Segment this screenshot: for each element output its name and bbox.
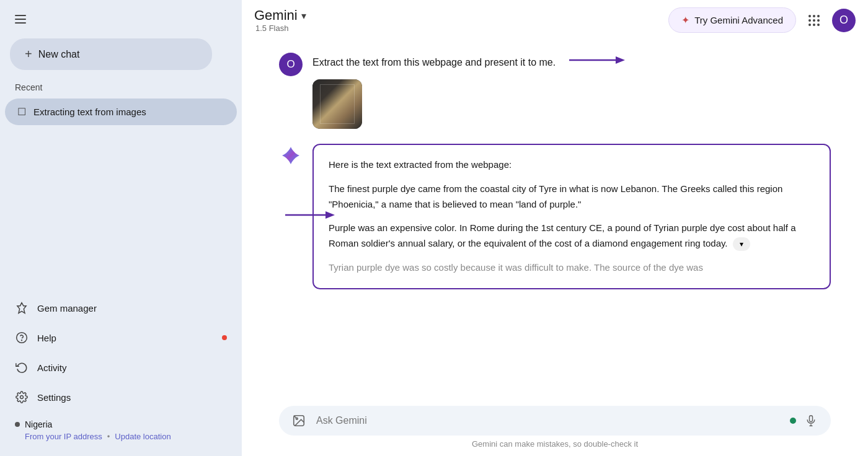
gemini-diamond-icon [281,146,301,165]
user-message-text: Extract the text from this webpage and p… [312,53,831,72]
hamburger-icon [15,15,26,24]
user-message-body: Extract the text from this webpage and p… [312,55,556,70]
new-chat-button[interactable]: + New chat [10,38,212,70]
new-chat-label: New chat [38,49,80,60]
input-area: Gemini can make mistakes, so double-chec… [242,398,868,456]
image-upload-icon[interactable] [289,411,309,431]
sidebar-item-activity[interactable]: Activity [5,353,237,382]
sidebar-item-extracting-text[interactable]: ☐ Extracting text from images [5,99,237,125]
input-status-dot [790,418,796,424]
ip-address-link[interactable]: From your IP address [25,432,102,441]
svg-point-8 [296,418,298,419]
ai-response-paragraph-2: Purple was an expensive color. In Rome d… [329,221,815,252]
recent-label: Recent [0,75,242,97]
svg-point-0 [17,333,27,343]
try-advanced-label: Try Gemini Advanced [694,15,783,25]
ai-response-paragraph-3-partial: Tyrian purple dye was so costly because … [329,260,815,276]
ai-response-intro: Here is the text extracted from the webp… [329,157,815,173]
svg-point-1 [22,340,22,341]
gemini-title: Gemini [254,7,298,24]
settings-icon [15,391,29,403]
update-location-link[interactable]: Update location [115,432,170,441]
help-icon [15,331,29,344]
ai-message-row: Here is the text extracted from the webp… [279,144,831,289]
hamburger-button[interactable] [10,10,31,28]
svg-point-2 [20,396,24,399]
plus-icon: + [25,47,32,61]
top-bar: Gemini ▾ 1.5 Flash ✦ Try Gemini Advanced… [242,0,868,40]
sidebar-nav: Gem manager Help Activity [0,293,242,412]
chevron-down-icon[interactable]: ▾ [301,10,306,22]
disclaimer-text: Gemini can make mistakes, so double-chec… [279,436,831,451]
user-message-content: Extract the text from this webpage and p… [312,53,831,129]
sidebar-item-settings[interactable]: Settings [5,382,237,412]
help-label: Help [37,333,56,343]
input-right-icons [790,411,821,431]
location-separator: • [107,432,110,441]
sidebar: + New chat Recent ☐ Extracting text from… [0,0,242,456]
microphone-icon[interactable] [801,411,821,431]
settings-label: Settings [37,392,71,403]
ai-icon [279,144,303,167]
user-avatar: O [279,53,303,76]
sidebar-footer: Nigeria From your IP address • Update lo… [0,412,242,449]
activity-icon [15,361,29,374]
sidebar-item-help[interactable]: Help [5,323,237,353]
help-notification-dot [222,335,227,340]
gemini-title-area: Gemini ▾ 1.5 Flash [254,7,306,33]
location-dot [15,422,20,427]
sidebar-item-gem-manager[interactable]: Gem manager [5,293,237,323]
try-advanced-button[interactable]: ✦ Try Gemini Advanced [668,7,796,33]
image-attachment-inner [312,79,362,129]
activity-label: Activity [37,362,67,373]
location-name: Nigeria [25,419,52,429]
ai-response-bubble: Here is the text extracted from the webp… [312,144,831,289]
ai-response-paragraph-1: The finest purple dye came from the coas… [329,182,815,213]
gemini-star-icon: ✦ [681,14,689,26]
chat-area: O Extract the text from this webpage and… [242,40,868,398]
main-content: Gemini ▾ 1.5 Flash ✦ Try Gemini Advanced… [242,0,868,456]
chat-icon: ☐ [17,106,26,118]
input-box [279,406,831,436]
sidebar-header [0,0,242,33]
grid-icon [808,15,820,26]
expand-button[interactable]: ▾ [733,237,750,251]
chat-input[interactable] [316,415,782,426]
user-message-row: O Extract the text from this webpage and… [279,53,831,129]
annotation-arrow [569,53,625,72]
chat-item-label: Extracting text from images [33,107,146,117]
svg-marker-4 [616,56,625,64]
top-bar-right: ✦ Try Gemini Advanced O [668,7,856,33]
gem-manager-label: Gem manager [37,303,97,314]
image-attachment [312,79,362,129]
avatar-initial: O [839,14,848,27]
apps-grid-button[interactable] [804,10,825,31]
gem-icon [15,302,29,314]
user-avatar-button[interactable]: O [832,9,856,32]
svg-rect-9 [810,416,813,422]
gemini-subtitle: 1.5 Flash [254,24,306,33]
